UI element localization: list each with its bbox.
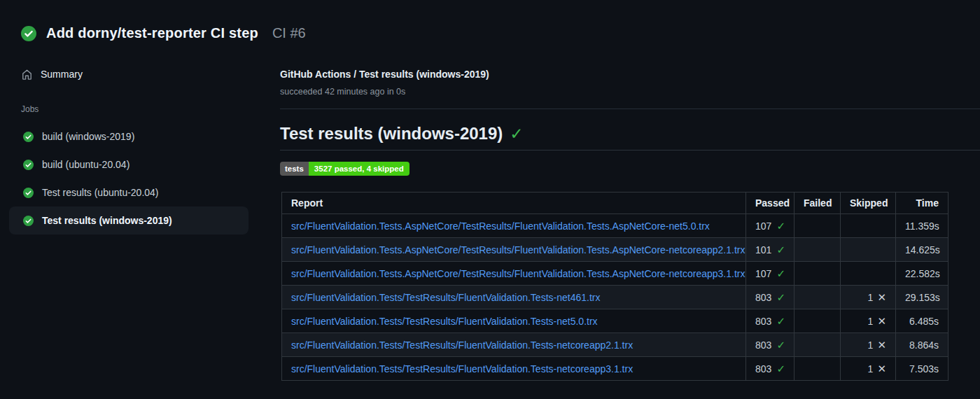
run-status-line: succeeded 42 minutes ago in 0s <box>280 86 980 97</box>
skipped-count: 1 <box>867 363 873 374</box>
table-row: src/FluentValidation.Tests.AspNetCore/Te… <box>282 214 948 238</box>
table-row: src/FluentValidation.Tests/TestResults/F… <box>282 286 948 309</box>
check-run-breadcrumb: GitHub Actions / Test results (windows-2… <box>280 68 980 80</box>
cross-icon: ✕ <box>874 339 886 351</box>
table-row: src/FluentValidation.Tests/TestResults/F… <box>282 333 948 357</box>
passed-count: 803 <box>755 340 771 351</box>
column-header: Skipped <box>841 192 896 214</box>
check-icon: ✓ <box>774 267 785 279</box>
badge-value: 3527 passed, 4 skipped <box>309 162 410 176</box>
column-header: Passed <box>746 192 794 214</box>
sidebar-job-item[interactable]: build (windows-2019) <box>9 122 248 150</box>
jobs-heading: Jobs <box>21 104 263 114</box>
table-row: src/FluentValidation.Tests/TestResults/F… <box>282 309 948 333</box>
check-icon: ✓ <box>774 363 785 374</box>
report-link[interactable]: src/FluentValidation.Tests.AspNetCore/Te… <box>291 268 745 279</box>
report-link[interactable]: src/FluentValidation.Tests/TestResults/F… <box>291 363 633 374</box>
sidebar-item-summary[interactable]: Summary <box>21 68 263 80</box>
table-row: src/FluentValidation.Tests.AspNetCore/Te… <box>282 262 948 286</box>
skipped-count: 1 <box>867 292 873 303</box>
sidebar-job-item[interactable]: build (ubuntu-20.04) <box>9 150 248 178</box>
passed-count: 803 <box>755 363 771 374</box>
job-label: build (ubuntu-20.04) <box>42 159 130 170</box>
check-icon: ✓ <box>774 244 785 255</box>
check-icon: ✓ <box>774 220 785 232</box>
column-header: Time <box>896 192 948 214</box>
passed-count: 107 <box>755 220 771 232</box>
report-link[interactable]: src/FluentValidation.Tests/TestResults/F… <box>291 292 600 303</box>
check-icon: ✓ <box>774 315 785 327</box>
cross-icon: ✕ <box>874 315 886 327</box>
jobs-list: build (windows-2019) build (ubuntu-20.04… <box>21 122 263 234</box>
time-value: 11.359s <box>905 220 939 232</box>
run-header: Add dorny/test-reporter CI step CI #6 <box>0 0 980 45</box>
run-number: CI #6 <box>272 25 306 41</box>
cross-icon: ✕ <box>874 291 886 303</box>
home-icon <box>21 69 33 80</box>
report-link[interactable]: src/FluentValidation.Tests.AspNetCore/Te… <box>291 220 710 232</box>
time-value: 6.485s <box>909 316 939 327</box>
table-row: src/FluentValidation.Tests.AspNetCore/Te… <box>282 238 948 262</box>
check-circle-icon <box>23 188 34 198</box>
cross-icon: ✕ <box>874 363 886 374</box>
report-link[interactable]: src/FluentValidation.Tests/TestResults/F… <box>291 316 598 327</box>
report-link[interactable]: src/FluentValidation.Tests/TestResults/F… <box>291 340 633 351</box>
sidebar-item-label: Summary <box>41 69 83 80</box>
passed-count: 101 <box>755 244 771 255</box>
sidebar: Summary Jobs build (windows-2019) <box>0 45 280 234</box>
section-heading: Test results (windows-2019) ✓ <box>280 124 980 150</box>
check-circle-icon <box>23 160 34 170</box>
tests-badge: tests 3527 passed, 4 skipped <box>280 162 410 176</box>
sidebar-job-item[interactable]: Test results (windows-2019) <box>9 206 248 234</box>
check-icon: ✓ <box>774 291 785 303</box>
column-header: Failed <box>794 192 841 214</box>
table-header-row: ReportPassedFailedSkippedTime <box>282 192 948 214</box>
skipped-count: 1 <box>867 316 873 327</box>
badge-label: tests <box>280 162 309 176</box>
passed-count: 107 <box>755 268 771 279</box>
time-value: 29.153s <box>905 292 940 303</box>
main-content: GitHub Actions / Test results (windows-2… <box>280 45 980 381</box>
check-circle-icon <box>23 132 34 142</box>
run-title: Add dorny/test-reporter CI step <box>46 25 258 41</box>
check-circle-icon <box>21 26 36 41</box>
job-label: Test results (ubuntu-20.04) <box>42 187 159 198</box>
time-value: 14.625s <box>905 244 940 255</box>
job-label: Test results (windows-2019) <box>42 215 172 226</box>
divider <box>280 108 980 109</box>
check-icon: ✓ <box>510 124 523 144</box>
passed-count: 803 <box>755 292 771 303</box>
column-header: Report <box>282 192 746 214</box>
time-value: 7.503s <box>909 363 939 374</box>
check-circle-icon <box>23 216 34 226</box>
report-link[interactable]: src/FluentValidation.Tests.AspNetCore/Te… <box>291 244 745 255</box>
section-title: Test results (windows-2019) <box>280 124 503 144</box>
table-body: src/FluentValidation.Tests.AspNetCore/Te… <box>282 214 948 381</box>
passed-count: 803 <box>755 316 771 327</box>
time-value: 8.864s <box>909 340 939 351</box>
time-value: 22.582s <box>905 268 940 279</box>
job-label: build (windows-2019) <box>42 131 134 142</box>
sidebar-job-item[interactable]: Test results (ubuntu-20.04) <box>9 178 248 206</box>
test-results-table: ReportPassedFailedSkippedTime src/Fluent… <box>281 192 948 381</box>
skipped-count: 1 <box>867 340 873 351</box>
check-icon: ✓ <box>774 339 785 351</box>
table-row: src/FluentValidation.Tests/TestResults/F… <box>282 357 948 381</box>
